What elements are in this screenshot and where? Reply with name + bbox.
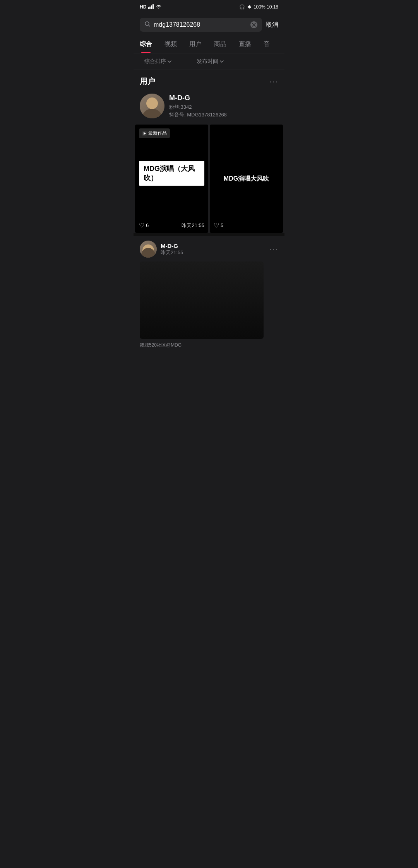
video-footer-2: ♡ 5: [210, 222, 283, 229]
user-fans: 粉丝:3342: [169, 104, 278, 111]
post-avatar: [140, 241, 157, 258]
video-title-box-1: MDG演唱（大风吹）: [139, 161, 204, 186]
user-section-title: 用户: [140, 76, 155, 87]
cancel-button[interactable]: 取消: [266, 21, 278, 29]
status-right: 🎧 ✱ 100% 10:18: [239, 4, 278, 10]
post-caption: 赣城520社区@MDG: [140, 342, 278, 349]
user-name: M-D-G: [169, 94, 278, 102]
hd-badge: HD: [140, 4, 146, 10]
section-divider: [134, 233, 284, 236]
filter-divider: [184, 59, 184, 64]
svg-rect-2: [151, 5, 152, 9]
search-bar: mdg1378126268 取消: [134, 14, 284, 36]
search-input-wrapper[interactable]: mdg1378126268: [140, 18, 262, 32]
time-filter[interactable]: 发布时间: [192, 56, 228, 67]
headphone-icon: 🎧: [239, 4, 245, 10]
tab-music[interactable]: 音: [257, 36, 276, 53]
sort-label: 综合排序: [144, 58, 166, 65]
clear-button[interactable]: [250, 21, 257, 28]
post-username: M-D-G: [161, 243, 266, 249]
svg-rect-1: [149, 7, 151, 9]
avatar: [140, 94, 164, 118]
post-card: M-D-G 昨天21:55 ··· 赣城520社区@MDG: [134, 236, 284, 353]
tab-user[interactable]: 用户: [183, 36, 208, 53]
filter-bar: 综合排序 发布时间: [134, 53, 284, 70]
post-time: 昨天21:55: [161, 249, 266, 256]
post-more-button[interactable]: ···: [269, 245, 278, 254]
tab-product[interactable]: 商品: [208, 36, 233, 53]
signal-icon: [148, 4, 154, 10]
video-likes-1: ♡ 6: [139, 222, 149, 229]
post-header: M-D-G 昨天21:55 ···: [140, 241, 278, 258]
bluetooth-icon: ✱: [247, 4, 251, 10]
user-section-header: 用户 ···: [134, 70, 284, 91]
post-thumbnail-inner: [140, 261, 264, 339]
video-label-1: 最新作品: [139, 128, 170, 138]
heart-icon-2: ♡: [214, 222, 219, 229]
heart-icon-1: ♡: [139, 222, 144, 229]
status-bar: HD 🎧 ✱ 100% 10:18: [134, 0, 284, 14]
sort-filter[interactable]: 综合排序: [140, 56, 176, 67]
svg-line-5: [149, 25, 150, 27]
video-footer-1: ♡ 6 昨天21:55: [135, 222, 208, 229]
video-card-1[interactable]: 最新作品 MDG演唱（大风吹） ♡ 6 昨天21:55: [135, 125, 208, 233]
battery-text: 100% 10:18: [254, 4, 278, 10]
search-input[interactable]: mdg1378126268: [154, 21, 247, 28]
search-icon: [144, 21, 151, 29]
post-thumbnail[interactable]: [140, 261, 264, 339]
status-left: HD: [140, 4, 162, 10]
video-likes-2: ♡ 5: [214, 222, 223, 229]
video-card-2[interactable]: MDG演唱大风吹 ♡ 5: [210, 125, 283, 233]
time-label: 发布时间: [197, 58, 218, 65]
video-title-2: MDG演唱大风吹: [224, 175, 269, 183]
user-id: 抖音号: MDG1378126268: [169, 111, 278, 118]
post-user-info: M-D-G 昨天21:55: [161, 243, 266, 256]
user-more-button[interactable]: ···: [269, 77, 278, 86]
wifi-icon: [156, 4, 162, 10]
svg-rect-0: [148, 7, 149, 9]
tab-live[interactable]: 直播: [233, 36, 257, 53]
tab-video[interactable]: 视频: [158, 36, 183, 53]
user-info: M-D-G 粉丝:3342 抖音号: MDG1378126268: [169, 94, 278, 118]
tabs-bar: 综合 视频 用户 商品 直播 音: [134, 36, 284, 53]
video-time-1: 昨天21:55: [182, 222, 204, 229]
user-card[interactable]: M-D-G 粉丝:3342 抖音号: MDG1378126268: [134, 91, 284, 125]
tab-comprehensive[interactable]: 综合: [134, 36, 158, 53]
video-grid: 最新作品 MDG演唱（大风吹） ♡ 6 昨天21:55 MDG演唱大风吹 ♡ 5: [134, 125, 284, 233]
svg-rect-3: [152, 4, 154, 9]
